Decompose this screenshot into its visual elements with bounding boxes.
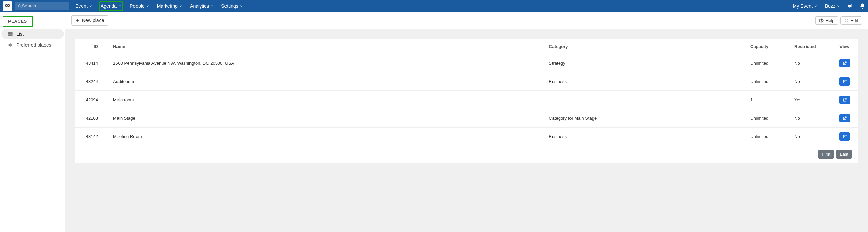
cell-restricted: No — [787, 54, 831, 72]
plus-icon — [76, 18, 80, 22]
topbar: EventAgendaPeopleMarketingAnalyticsSetti… — [0, 0, 868, 12]
col-capacity: Capacity — [743, 39, 787, 54]
right-nav: My Event Buzz — [792, 2, 865, 10]
pager-first[interactable]: First — [818, 150, 834, 159]
chevron-down-icon — [210, 4, 214, 8]
cell-capacity: 1 — [743, 91, 787, 109]
main-nav: EventAgendaPeopleMarketingAnalyticsSetti… — [75, 1, 244, 11]
cell-restricted: No — [787, 109, 831, 128]
help-label: Help — [826, 18, 835, 23]
col-view: View — [831, 39, 858, 54]
question-circle-icon — [819, 18, 824, 23]
external-link-icon — [843, 61, 847, 65]
nav-label: Analytics — [190, 3, 209, 9]
places-table: ID Name Category Capacity Restricted Vie… — [75, 39, 858, 146]
nav-settings[interactable]: Settings — [220, 2, 244, 10]
svg-point-3 — [8, 5, 9, 6]
nav-agenda[interactable]: Agenda — [99, 1, 123, 11]
svg-point-2 — [6, 5, 7, 6]
sidebar-item-preferred-places[interactable]: Preferred places — [1, 39, 64, 50]
svg-point-18 — [846, 20, 847, 21]
col-id: ID — [75, 39, 106, 54]
my-event-menu[interactable]: My Event — [792, 2, 818, 10]
external-link-icon — [843, 79, 847, 84]
nav-marketing[interactable]: Marketing — [156, 2, 183, 10]
svg-point-17 — [821, 21, 821, 22]
view-button[interactable] — [839, 96, 850, 104]
logo-icon — [4, 3, 11, 9]
col-category: Category — [541, 39, 743, 54]
view-button[interactable] — [839, 114, 850, 122]
pager-last[interactable]: Last — [836, 150, 852, 159]
svg-point-4 — [18, 4, 21, 7]
chevron-down-icon — [240, 4, 243, 8]
cell-name: 1600 Pennsylvania Avenue NW, Washington,… — [106, 54, 541, 72]
cell-name: Main Stage — [106, 109, 541, 128]
chevron-down-icon — [146, 4, 149, 8]
app-logo[interactable] — [3, 1, 12, 11]
sidebar-item-label: List — [16, 31, 24, 37]
col-name: Name — [106, 39, 541, 54]
cell-view — [831, 109, 858, 128]
asterisk-icon — [7, 42, 13, 48]
cell-category: Business — [541, 128, 743, 146]
chevron-down-icon — [89, 4, 92, 8]
table-row: 434141600 Pennsylvania Avenue NW, Washin… — [75, 54, 858, 72]
buzz-label: Buzz — [825, 3, 835, 9]
chevron-down-icon — [179, 4, 182, 8]
places-panel: ID Name Category Capacity Restricted Vie… — [75, 39, 858, 163]
nav-label: Settings — [221, 3, 238, 9]
cell-view — [831, 128, 858, 146]
cell-capacity: Unlimited — [743, 109, 787, 128]
cell-restricted: No — [787, 128, 831, 146]
search-box[interactable] — [15, 2, 69, 10]
edit-label: Edit — [851, 18, 858, 23]
view-button[interactable] — [839, 77, 850, 86]
cell-name: Meeting Room — [106, 128, 541, 146]
cell-id: 42103 — [75, 109, 106, 128]
cell-capacity: Unlimited — [743, 72, 787, 91]
cell-name: Auditorium — [106, 72, 541, 91]
table-row: 43142Meeting RoomBusinessUnlimitedNo — [75, 128, 858, 146]
announcements-button[interactable] — [847, 3, 853, 9]
cell-id: 43414 — [75, 54, 106, 72]
page-toolbar: New place Help Edit — [65, 12, 868, 29]
table-row: 42103Main StageCategory for Main StageUn… — [75, 109, 858, 128]
search-input[interactable] — [22, 3, 67, 9]
cell-capacity: Unlimited — [743, 128, 787, 146]
search-icon — [18, 4, 22, 9]
cell-category — [541, 91, 743, 109]
view-button[interactable] — [839, 59, 850, 67]
buzz-menu[interactable]: Buzz — [824, 2, 841, 10]
chevron-down-icon — [837, 4, 840, 8]
sidebar-item-list[interactable]: List — [1, 29, 64, 39]
table-row: 43244AuditoriumBusinessUnlimitedNo — [75, 72, 858, 91]
new-place-button[interactable]: New place — [71, 15, 108, 26]
cell-id: 43142 — [75, 128, 106, 146]
edit-button[interactable]: Edit — [840, 16, 862, 25]
chevron-down-icon — [814, 4, 817, 8]
cell-restricted: No — [787, 72, 831, 91]
gear-icon — [844, 18, 849, 23]
table-header-row: ID Name Category Capacity Restricted Vie… — [75, 39, 858, 54]
cell-category: Business — [541, 72, 743, 91]
cell-restricted: Yes — [787, 91, 831, 109]
view-button[interactable] — [839, 132, 850, 141]
cell-capacity: Unlimited — [743, 54, 787, 72]
cell-name: Main room — [106, 91, 541, 109]
sidebar-item-label: Preferred places — [16, 42, 51, 48]
chevron-down-icon — [118, 4, 122, 8]
pager: First Last — [75, 146, 858, 163]
cell-view — [831, 54, 858, 72]
cell-id: 43244 — [75, 72, 106, 91]
main-content: New place Help Edit ID Name Cate — [65, 12, 868, 232]
help-button[interactable]: Help — [815, 16, 838, 25]
cell-category: Category for Main Stage — [541, 109, 743, 128]
nav-event[interactable]: Event — [75, 2, 93, 10]
nav-analytics[interactable]: Analytics — [189, 2, 214, 10]
nav-people[interactable]: People — [129, 2, 150, 10]
notifications-button[interactable] — [859, 3, 865, 9]
external-link-icon — [843, 98, 847, 102]
col-restricted: Restricted — [787, 39, 831, 54]
bullhorn-icon — [847, 3, 853, 9]
